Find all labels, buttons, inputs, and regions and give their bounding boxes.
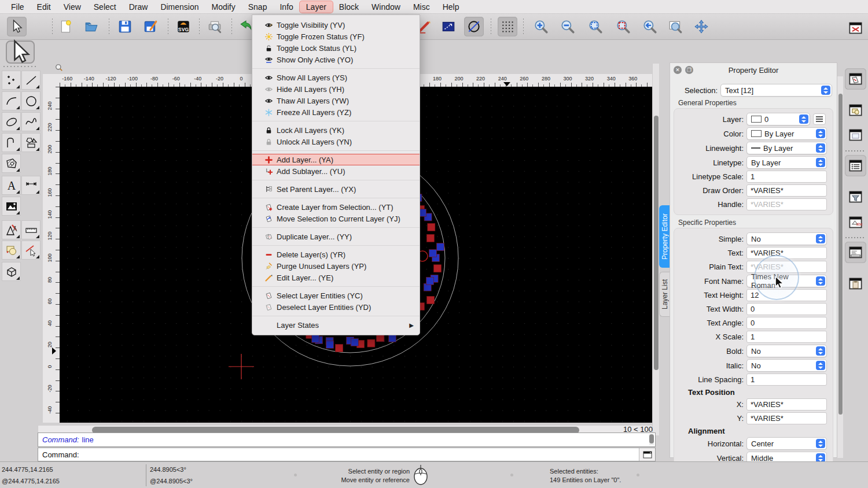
lineweight-popup[interactable]: By Layer — [746, 142, 827, 154]
zoom-window-button[interactable] — [665, 17, 685, 36]
command-input[interactable] — [79, 448, 639, 461]
menu-item-add-layer-ya[interactable]: Add Layer... (YA) — [252, 154, 420, 165]
vscroll-thumb[interactable] — [654, 116, 659, 370]
menu-item-hide-all-layers-yh[interactable]: Hide All Layers (YH) — [252, 83, 420, 95]
color-popup[interactable]: By Layer — [746, 127, 827, 140]
menu-item-add-sublayer-yu[interactable]: Add Sublayer... (YU) — [252, 165, 420, 177]
menu-item-unlock-all-layers-yn[interactable]: Unlock All Layers (YN) — [252, 136, 420, 147]
menu-item-freeze-all-layers-yz[interactable]: Freeze All Layers (YZ) — [252, 106, 420, 118]
menubar-item-draw[interactable]: Draw — [123, 1, 155, 13]
close-icon[interactable]: ✕ — [674, 66, 682, 74]
draft-mode-button[interactable] — [464, 17, 484, 36]
dock-view-list-button[interactable] — [845, 124, 866, 146]
menu-item-show-only-active-yo[interactable]: Show Only Active (YO) — [252, 54, 420, 65]
menubar-item-edit[interactable]: Edit — [31, 1, 57, 13]
line-spacing-field[interactable]: 1 — [746, 374, 827, 386]
dock-block-list-button[interactable] — [845, 99, 866, 121]
dimension-tool-button[interactable] — [21, 176, 41, 195]
menu-item-delete-layer-s-yr[interactable]: Delete Layer(s) (YR) — [252, 249, 420, 260]
dock-top-1-button[interactable] — [845, 17, 866, 39]
dock-library-button[interactable]: abc — [845, 212, 866, 233]
menu-item-edit-layer-ye[interactable]: Edit Layer... (YE) — [252, 272, 420, 283]
hatch-tool-button[interactable] — [2, 154, 21, 173]
points-tool-button[interactable] — [2, 71, 21, 90]
menubar-item-block[interactable]: Block — [333, 1, 365, 13]
dock-list-button[interactable] — [845, 155, 866, 176]
line-tool-button[interactable] — [21, 71, 41, 90]
menubar-item-view[interactable]: View — [57, 1, 87, 13]
menu-item-toggle-frozen-status-yf[interactable]: Toggle Frozen Status (YF) — [252, 31, 420, 42]
layer-menu-button[interactable] — [813, 113, 826, 125]
dock-filter-button[interactable] — [845, 186, 866, 208]
linetype-scale-field[interactable]: 1 — [746, 171, 827, 183]
save-button[interactable] — [115, 17, 135, 36]
polyline-tool-button[interactable] — [2, 133, 21, 152]
horizontal-alignment-popup[interactable]: Center — [746, 437, 827, 450]
menubar-item-info[interactable]: Info — [273, 1, 299, 13]
menu-item-create-layer-from-selection-yt[interactable]: Create Layer from Selection... (YT) — [252, 201, 420, 213]
menu-item-duplicate-layer-yy[interactable]: Duplicate Layer... (YY) — [252, 231, 420, 242]
scale-tool-button[interactable] — [439, 17, 458, 36]
text-position-y-field[interactable]: *VARIES* — [746, 412, 827, 424]
measure-tool-button[interactable] — [21, 220, 41, 239]
palette-drag-handle[interactable] — [3, 66, 38, 67]
ruler-zoom-icon[interactable] — [55, 64, 63, 73]
dock-clipboard-button[interactable] — [845, 273, 866, 294]
italic-popup[interactable]: No — [746, 359, 827, 372]
ellipse-tool-button[interactable] — [2, 112, 21, 131]
detach-icon[interactable]: ❐ — [685, 66, 693, 74]
zoom-out-button[interactable] — [558, 17, 578, 36]
menubar-item-modify[interactable]: Modify — [205, 1, 242, 13]
menubar-item-dimension[interactable]: Dimension — [154, 1, 205, 13]
bold-popup[interactable]: No — [746, 345, 827, 357]
text-width-field[interactable]: 0 — [746, 303, 827, 315]
menu-item-lock-all-layers-yk[interactable]: Lock All Layers (YK) — [252, 124, 420, 136]
circle-tool-button[interactable] — [21, 91, 41, 110]
grid-toggle-button[interactable] — [498, 17, 517, 36]
menu-item-thaw-all-layers-yw[interactable]: Thaw All Layers (YW) — [252, 95, 420, 106]
menu-item-set-parent-layer-yx[interactable]: Set Parent Layer... (YX) — [252, 183, 420, 195]
open-file-button[interactable] — [82, 17, 101, 36]
save-as-button[interactable] — [141, 17, 160, 36]
panel-scroll-thumb[interactable] — [838, 94, 843, 415]
modify-tool-button[interactable] — [2, 241, 21, 260]
svg-export-button[interactable]: SVG — [174, 17, 193, 36]
menu-item-purge-unused-layers-yp[interactable]: Purge Unused Layers (YP) — [252, 260, 420, 272]
dock-command-line-button[interactable] — [845, 242, 866, 263]
history-scrollbar[interactable] — [649, 434, 654, 445]
shape-tool-button[interactable] — [21, 133, 41, 152]
menubar-item-file[interactable]: File — [5, 1, 31, 13]
tab-layer-list[interactable]: Layer List — [659, 272, 670, 317]
menubar-item-snap[interactable]: Snap — [242, 1, 274, 13]
menubar-item-select[interactable]: Select — [87, 1, 123, 13]
layer-popup[interactable]: 0 — [746, 113, 810, 125]
menubar-item-misc[interactable]: Misc — [407, 1, 436, 13]
selection-popup[interactable]: Text [12] — [720, 84, 832, 97]
spline-tool-button[interactable] — [21, 112, 41, 131]
menu-item-toggle-visibility-yv[interactable]: Toggle Visibility (YV) — [252, 19, 420, 31]
zoom-in-button[interactable] — [531, 17, 551, 36]
tab-property-editor[interactable]: Property Editor — [659, 205, 670, 268]
print-preview-button[interactable] — [205, 17, 225, 36]
dock-property-editor-button[interactable] — [845, 68, 866, 90]
image-tool-button[interactable] — [2, 197, 21, 216]
previous-view-button[interactable] — [640, 17, 660, 36]
menubar-item-help[interactable]: Help — [436, 1, 466, 13]
menu-item-deselect-layer-entities-yd[interactable]: Deselect Layer Entities (YD) — [252, 301, 420, 313]
vertical-scrollbar[interactable] — [652, 64, 659, 435]
zoom-selection-button[interactable] — [613, 17, 633, 36]
selection-tool-button[interactable] — [6, 40, 35, 64]
pan-button[interactable] — [692, 17, 711, 36]
misc-draw-tool-button[interactable] — [2, 220, 21, 239]
auto-zoom-button[interactable] — [586, 17, 605, 36]
menu-item-select-layer-entities-yc[interactable]: Select Layer Entities (YC) — [252, 290, 420, 301]
command-options-button[interactable] — [639, 448, 655, 461]
text-position-x-field[interactable]: *VARIES* — [746, 398, 827, 411]
text-tool-button[interactable]: A — [2, 176, 21, 195]
arc-tool-button[interactable] — [2, 91, 21, 110]
panel-scrollbar[interactable] — [837, 76, 843, 458]
menu-item-show-all-layers-ys[interactable]: Show All Layers (YS) — [252, 72, 420, 83]
linetype-popup[interactable]: By Layer — [746, 156, 827, 169]
simple-popup[interactable]: No — [746, 232, 827, 245]
select-tool-button[interactable] — [7, 17, 27, 36]
